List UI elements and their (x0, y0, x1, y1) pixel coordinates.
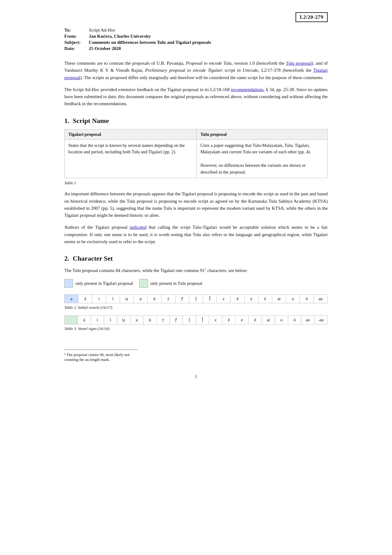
from-label: From: (64, 34, 89, 39)
table-cell-tigalari: States that the script is known by sever… (65, 140, 197, 178)
char-cell: ḹ (196, 316, 209, 324)
char-cell: o (275, 316, 288, 324)
table-row: a ā i ī ụ u ū ṛ ṝ ḷ ḹ ε ē e ë ai o ō au (65, 295, 328, 303)
section2-title: Character Set (73, 255, 113, 262)
section1-heading: 1. Script Name (64, 117, 328, 125)
recommendations-link[interactable]: recommendations (231, 87, 264, 92)
char-cell: ḹ (203, 295, 217, 303)
tulu-color-box (139, 279, 148, 288)
char-cell: a (65, 295, 78, 303)
char-cell: ṝ (170, 316, 183, 324)
legend-tulu: only present in Tulu proposal (139, 279, 202, 288)
footnote-area: ¹ The proposal claims 90, most likely no… (64, 350, 138, 362)
meta-subject: Subject: Comments on differences between… (64, 40, 328, 45)
meta-to: To: Script Ad-Hoc (64, 28, 328, 33)
tigalari-color-box (64, 279, 73, 288)
table-cell-tulu: Cites a paper suggesting that Tulu-Malay… (197, 140, 328, 178)
to-label: To: (64, 28, 89, 33)
char-cell: ε (217, 295, 231, 303)
table-col1-header: Tigalari proposal (65, 129, 197, 140)
char-cell: i (91, 316, 104, 324)
date-label: Date: (64, 46, 89, 51)
page-number: 1 (64, 374, 328, 379)
tigalari-legend-label: only present in Tigalari proposal (75, 281, 133, 286)
section1-para1: An important difference between the prop… (64, 190, 328, 219)
char-cell: ai (272, 295, 286, 303)
char-cell: ṛ (161, 295, 175, 303)
char-cell: au (314, 295, 327, 303)
char-cell: ε (209, 316, 222, 324)
meta-block: To: Script Ad-Hoc From: Jan Kučera, Char… (64, 28, 328, 51)
table1-caption: Table 1 (64, 181, 328, 186)
section1-number: 1. (64, 117, 70, 124)
from-value: Jan Kučera, Charles University (89, 34, 151, 39)
indicated-link[interactable]: indicated (130, 225, 146, 230)
char-cell: -au (314, 316, 327, 324)
char-cell: ë (249, 316, 262, 324)
char-cell: o (286, 295, 300, 303)
char-cell: e (236, 316, 249, 324)
char-cell: ē (231, 295, 244, 303)
char-cell: ā (77, 316, 91, 324)
char-cell: ō (300, 295, 314, 303)
table-row: States that the script is known by sever… (65, 140, 328, 178)
char-cell: ō (288, 316, 301, 324)
char-cell: ṛ (156, 316, 170, 324)
tulu-text-2: However, no differences between the vari… (200, 163, 305, 174)
char-cell: ë (258, 295, 272, 303)
to-value: Script Ad-Hoc (89, 28, 115, 33)
char-cell: ē (222, 316, 236, 324)
script-name-table: Tigalari proposal Tulu proposal States t… (64, 129, 328, 178)
char-cell (65, 316, 78, 324)
legend-tigalari: only present in Tigalari proposal (64, 279, 133, 288)
char-cell: ū (148, 295, 161, 303)
document-page: L2/20-279 To: Script Ad-Hoc From: Jan Ku… (64, 12, 328, 379)
tulu-legend-label: only present in Tulu proposal (150, 281, 202, 286)
doc-id: L2/20-279 (296, 12, 328, 22)
char-cell: ụ (120, 295, 134, 303)
section1-title: Script Name (73, 117, 109, 124)
char-cell: ī (104, 316, 117, 324)
char-cell: ụ (117, 316, 130, 324)
table-col2-header: Tulu proposal (197, 129, 328, 140)
meta-from: From: Jan Kučera, Charles University (64, 34, 328, 39)
char-cell: u (134, 295, 148, 303)
subject-label: Subject: (64, 40, 89, 45)
char-cell: e (244, 295, 258, 303)
char-cell: u (130, 316, 143, 324)
subject-value: Comments on differences between Tulu and… (89, 40, 211, 45)
footnote-text: ¹ The proposal claims 90, most likely no… (64, 352, 138, 362)
section2-heading: 2. Character Set (64, 255, 328, 262)
section2-intro: The Tulu proposal contains 84 characters… (64, 267, 328, 274)
intro-para-2: The Script Ad-Hoc provided extensive fee… (64, 86, 328, 108)
char-cell: i (92, 295, 106, 303)
table3-caption: Table 3. Vowel signs (16/16) (64, 326, 328, 331)
tulu-proposal-link[interactable]: Tulu proposal (286, 61, 311, 66)
char-cell: ḷ (183, 316, 196, 324)
char-cell: ḷ (189, 295, 203, 303)
char-cell: ū (143, 316, 156, 324)
meta-date: Date: 25 October 2020 (64, 46, 328, 51)
char-cell: au (301, 316, 314, 324)
date-value: 25 October 2020 (89, 46, 121, 51)
initial-vowels-table: a ā i ī ụ u ū ṛ ṝ ḷ ḹ ε ē e ë ai o ō au (64, 294, 328, 303)
vowel-signs-table: ā i ī ụ u ū ṛ ṝ ḷ ḹ ε ē e ë ai o ō au -a… (64, 316, 328, 324)
table-row: ā i ī ụ u ū ṛ ṝ ḷ ḹ ε ē e ë ai o ō au -a… (65, 316, 328, 324)
char-cell: ī (106, 295, 120, 303)
legend-row: only present in Tigalari proposal only p… (64, 279, 328, 288)
section2-number: 2. (64, 255, 70, 262)
char-cell: ṝ (175, 295, 189, 303)
char-cell: ā (78, 295, 92, 303)
section1-para2: Authors of the Tigalari proposal indicat… (64, 224, 328, 245)
tulu-text-1: Cites a paper suggesting that Tulu-Malay… (200, 143, 311, 155)
intro-para-1: These comments are to contrast the propo… (64, 60, 328, 81)
char-cell: ai (262, 316, 275, 324)
table2-caption: Table 2. Initial vowels (16/17) (64, 305, 328, 310)
